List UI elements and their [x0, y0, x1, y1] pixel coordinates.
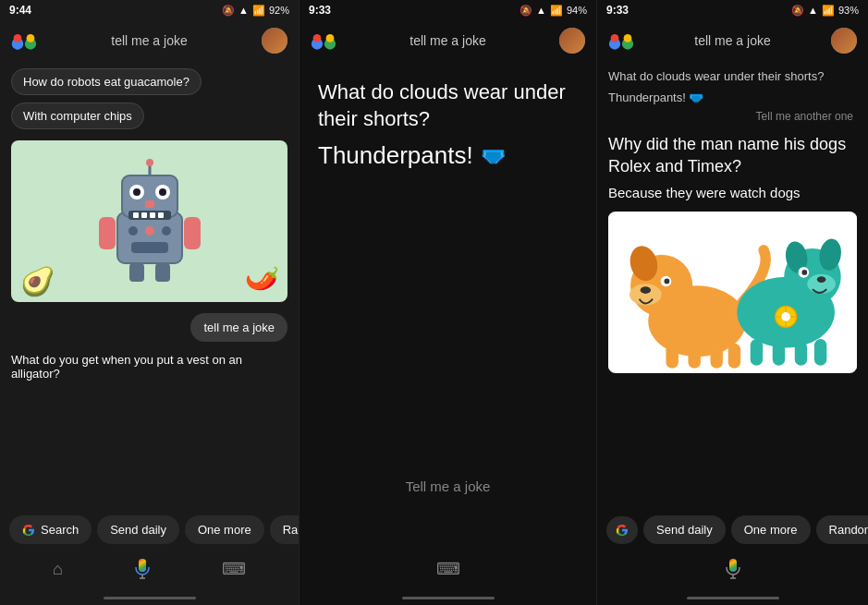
- robot-svg: [94, 157, 205, 286]
- svg-rect-18: [158, 212, 164, 218]
- status-bar-3: 9:33 🔕 ▲ 📶 93%: [597, 0, 868, 20]
- one-more-label-3: One more: [744, 523, 798, 537]
- battery-2: 94%: [567, 5, 587, 16]
- svg-point-56: [801, 270, 807, 275]
- status-bar-2: 9:33 🔕 ▲ 📶 94%: [300, 0, 596, 20]
- avatar-1: [262, 28, 287, 54]
- chili-decoration-1: 🌶️: [241, 258, 282, 297]
- svg-rect-46: [688, 346, 700, 369]
- nav-home-icon[interactable]: ⌂: [53, 560, 63, 579]
- status-icons-2: 🔕 ▲ 📶 94%: [520, 5, 587, 17]
- avatar-3: [831, 28, 857, 54]
- svg-point-12: [159, 188, 166, 196]
- svg-rect-17: [150, 212, 155, 218]
- thunderpants-icon: 🩲: [481, 144, 506, 168]
- bottom-bar-3: Send daily One more Random fun: [597, 510, 868, 550]
- svg-rect-61: [751, 339, 763, 366]
- svg-rect-16: [141, 212, 147, 218]
- notification-icon-2: 🔕: [520, 5, 532, 17]
- tell-me-joke-btn[interactable]: Tell me a joke: [406, 478, 491, 494]
- big-joke-answer: Because they were watch dogs: [608, 183, 857, 202]
- status-icons-1: 🔕 ▲ 📶 92%: [222, 5, 289, 17]
- tell-another[interactable]: Tell me another one: [608, 110, 857, 123]
- svg-rect-25: [129, 263, 144, 282]
- svg-point-23: [162, 226, 171, 236]
- wifi-icon: ▲: [238, 5, 249, 16]
- panel-3: 9:33 🔕 ▲ 📶 93% tell me a joke What do cl…: [597, 0, 868, 605]
- home-indicator-3: [597, 590, 868, 605]
- svg-point-11: [133, 188, 141, 196]
- panel3-content: What do clouds wear under their shorts? …: [597, 61, 868, 510]
- joke-question-2: What do clouds wear under their shorts?: [300, 61, 596, 141]
- panel-2: 9:33 🔕 ▲ 📶 94% tell me a joke What do cl…: [299, 0, 597, 605]
- svg-point-8: [146, 159, 153, 166]
- user-bubble-container: tell me a joke: [11, 313, 287, 342]
- mic-container-3[interactable]: [722, 558, 744, 580]
- time-3: 9:33: [606, 4, 629, 17]
- one-more-button-1[interactable]: One more: [185, 515, 264, 544]
- svg-rect-5: [117, 212, 182, 263]
- notification-icon-3: 🔕: [791, 5, 804, 17]
- bottom-bar-1: Search Send daily One more Random: [0, 510, 299, 550]
- svg-rect-45: [666, 344, 678, 369]
- svg-rect-48: [728, 344, 740, 369]
- chat-area-1: How do robots eat guacamole? With comput…: [0, 61, 299, 510]
- svg-rect-19: [99, 217, 116, 249]
- random-button-1[interactable]: Random: [270, 515, 299, 544]
- nav-bar-2: ⌨: [300, 550, 596, 590]
- random-button-3[interactable]: Random fun: [816, 515, 868, 544]
- status-bar-1: 9:44 🔕 ▲ 📶 92%: [0, 0, 299, 20]
- header-query-2: tell me a joke: [336, 33, 559, 48]
- send-daily-button-1[interactable]: Send daily: [97, 515, 179, 544]
- send-daily-button-3[interactable]: Send daily: [643, 515, 726, 544]
- chip-robots[interactable]: How do robots eat guacamole?: [11, 68, 202, 95]
- nav-bar-3: [597, 550, 868, 590]
- dog-illustration: [608, 212, 857, 373]
- one-more-label-1: One more: [198, 523, 251, 537]
- notification-icon: 🔕: [222, 5, 235, 17]
- nav-keyboard-icon[interactable]: ⌨: [222, 559, 246, 579]
- svg-rect-24: [131, 242, 168, 253]
- assistant-header-3: tell me a joke: [597, 20, 868, 61]
- time-2: 9:33: [309, 4, 331, 17]
- mic-container-1[interactable]: [131, 558, 153, 580]
- nav-keyboard-icon-2[interactable]: ⌨: [436, 559, 460, 579]
- google-assistant-logo-3: [608, 28, 634, 54]
- svg-point-21: [128, 226, 138, 236]
- svg-point-4: [27, 34, 35, 42]
- svg-point-22: [145, 226, 154, 236]
- mic-icon-1: [131, 558, 153, 580]
- action-buttons-1: Search Send daily One more Random: [9, 515, 289, 544]
- search-label: Search: [41, 523, 79, 537]
- svg-rect-13: [145, 200, 154, 208]
- one-more-button-3[interactable]: One more: [731, 515, 811, 544]
- search-button[interactable]: Search: [9, 515, 92, 544]
- home-indicator-1: [0, 590, 299, 605]
- svg-point-54: [817, 276, 826, 283]
- battery-1: 92%: [269, 5, 289, 16]
- small-joke-answer: Thunderpants! 🩲: [608, 91, 857, 104]
- svg-rect-64: [814, 339, 826, 366]
- panel-1: 9:44 🔕 ▲ 📶 92% tell me a joke How do rob…: [0, 0, 299, 605]
- small-joke-question: What do clouds wear under their shorts?: [608, 68, 857, 85]
- svg-point-35: [611, 34, 619, 42]
- robot-image-area: 🥑: [11, 140, 287, 302]
- svg-rect-47: [710, 346, 722, 369]
- avatar-2: [559, 28, 585, 54]
- random-label-1: Random: [283, 523, 299, 537]
- google-button-3[interactable]: [606, 516, 638, 544]
- home-indicator-2: [300, 590, 596, 605]
- chip-computer-chips[interactable]: With computer chips: [11, 103, 144, 129]
- svg-point-44: [665, 279, 670, 284]
- avocado-decoration: 🥑: [20, 265, 55, 297]
- joke-area-2: What do clouds wear under their shorts? …: [300, 61, 596, 550]
- assistant-header-2: tell me a joke: [300, 20, 596, 61]
- status-icons-3: 🔕 ▲ 📶 93%: [791, 5, 859, 17]
- action-buttons-3: Send daily One more Random fun: [606, 515, 859, 544]
- assistant-header-1: tell me a joke: [0, 20, 299, 61]
- svg-rect-62: [773, 342, 785, 366]
- svg-rect-26: [155, 263, 170, 282]
- send-daily-label-3: Send daily: [656, 523, 713, 537]
- signal-icon-3: 📶: [822, 5, 835, 17]
- wifi-icon-2: ▲: [536, 5, 546, 16]
